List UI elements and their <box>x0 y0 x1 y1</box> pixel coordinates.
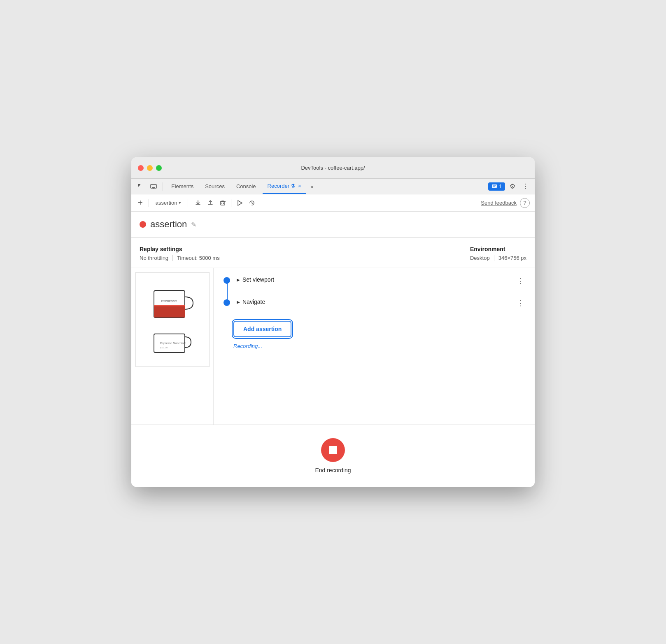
help-button[interactable]: ? <box>520 198 530 208</box>
recorder-close-icon[interactable]: × <box>298 183 301 189</box>
svg-text:$12.00: $12.00 <box>160 346 168 349</box>
svg-rect-0 <box>138 184 139 185</box>
steps-preview: ESPRESSO Espresso Macchiato $12.00 <box>131 268 214 425</box>
environment-details: Desktop 346×756 px <box>470 255 526 261</box>
timeout-value: Timeout: 5000 ms <box>177 255 220 261</box>
env-detail-divider <box>494 255 494 261</box>
stop-icon <box>329 446 337 454</box>
step-dot-2 <box>224 299 230 306</box>
svg-rect-7 <box>152 187 155 188</box>
add-assertion-wrapper: Add assertion <box>224 321 526 337</box>
more-options-icon[interactable]: ⋮ <box>520 181 531 192</box>
selected-recording-name: assertion <box>156 200 177 206</box>
tab-console[interactable]: Console <box>231 179 261 194</box>
environment-dimensions: 346×756 px <box>498 255 526 261</box>
stop-recording-button[interactable] <box>321 438 345 462</box>
environment-title: Environment <box>470 246 526 252</box>
play-icon[interactable] <box>234 197 245 209</box>
coffee-cup-svg: ESPRESSO <box>146 282 199 332</box>
delete-icon[interactable] <box>217 197 228 209</box>
toolbar-divider-1 <box>149 199 149 207</box>
recording-selector[interactable]: assertion ▾ <box>153 198 184 207</box>
main-content: assertion ✎ Replay settings No throttlin… <box>131 212 535 487</box>
edit-recording-name-icon[interactable]: ✎ <box>191 221 196 229</box>
devtools-window: DevTools - coffee-cart.app/ <box>131 157 535 487</box>
window-controls <box>138 165 162 171</box>
preview-image: ESPRESSO Espresso Macchiato $12.00 <box>135 272 210 367</box>
svg-rect-5 <box>138 186 139 187</box>
step-2-label: Navigate <box>242 299 265 305</box>
steps-area: ESPRESSO Espresso Macchiato $12.00 <box>131 268 535 425</box>
more-tabs[interactable]: » <box>308 183 316 190</box>
toolbar-right: Send feedback ? <box>481 198 530 208</box>
steps-main: ▶ Set viewport ⋮ ▶ Navigate ⋮ <box>214 268 535 425</box>
recording-header: assertion ✎ <box>131 212 535 238</box>
replay-settings-details: No throttling Timeout: 5000 ms <box>140 255 220 261</box>
send-feedback-link[interactable]: Send feedback <box>481 200 517 206</box>
coffee-cup-2-svg: Espresso Macchiato $12.00 <box>146 332 199 357</box>
step-1-more-icon[interactable]: ⋮ <box>514 276 526 285</box>
step-1-arrow: ▶ <box>237 278 240 282</box>
replay-settings-title: Replay settings <box>140 246 220 252</box>
tab-divider-1 <box>163 182 163 191</box>
toolbar-icons <box>192 197 258 209</box>
minimize-button[interactable] <box>147 165 153 171</box>
end-recording-label: End recording <box>315 467 351 474</box>
svg-rect-2 <box>138 185 139 186</box>
step-dot-1 <box>224 277 230 284</box>
responsive-icon[interactable] <box>148 181 159 192</box>
recording-status-text: Recording... <box>224 343 526 349</box>
add-assertion-button[interactable]: Add assertion <box>233 321 291 337</box>
tab-recorder[interactable]: Recorder ⚗ × <box>263 179 306 194</box>
svg-rect-8 <box>153 188 154 189</box>
add-recording-button[interactable]: + <box>136 198 144 208</box>
svg-rect-3 <box>139 185 140 186</box>
coffee-preview: ESPRESSO Espresso Macchiato $12.00 <box>136 273 209 366</box>
environment-section: Environment Desktop 346×756 px <box>470 246 526 261</box>
toolbar-divider-2 <box>188 199 188 207</box>
step-1-content: ▶ Set viewport <box>237 276 508 283</box>
toolbar: + assertion ▾ <box>131 194 535 212</box>
step-2-arrow: ▶ <box>237 300 240 304</box>
step-navigate: ▶ Navigate ⋮ <box>224 299 526 308</box>
replay-settings-left: Replay settings No throttling Timeout: 5… <box>140 246 220 261</box>
svg-rect-9 <box>492 184 497 188</box>
maximize-button[interactable] <box>156 165 162 171</box>
cursor-icon[interactable] <box>135 181 146 192</box>
feedback-badge[interactable]: 1 <box>488 182 505 191</box>
end-recording-section: End recording <box>131 425 535 487</box>
titlebar: DevTools - coffee-cart.app/ <box>131 157 535 179</box>
timeline: ▶ Set viewport ⋮ ▶ Navigate ⋮ <box>224 276 526 308</box>
badge-count: 1 <box>499 184 502 189</box>
recording-title: assertion <box>150 219 187 230</box>
svg-rect-18 <box>154 305 185 317</box>
tab-elements[interactable]: Elements <box>166 179 198 194</box>
svg-rect-4 <box>140 184 140 185</box>
dropdown-arrow-icon: ▾ <box>179 200 181 205</box>
step-2-content: ▶ Navigate <box>237 299 508 305</box>
tabbar: Elements Sources Console Recorder ⚗ × » <box>131 179 535 194</box>
replay-settings-section: Replay settings No throttling Timeout: 5… <box>131 238 535 268</box>
throttling-value: No throttling <box>140 255 168 261</box>
settings-icon[interactable]: ⚙ <box>507 181 518 192</box>
recording-status-dot <box>140 221 146 228</box>
environment-type: Desktop <box>470 255 490 261</box>
export-icon[interactable] <box>192 197 204 209</box>
toolbar-divider-3 <box>231 199 231 207</box>
step-set-viewport: ▶ Set viewport ⋮ <box>224 276 526 285</box>
svg-rect-19 <box>154 305 185 306</box>
import-icon[interactable] <box>205 197 216 209</box>
step-icon[interactable] <box>246 197 258 209</box>
step-2-more-icon[interactable]: ⋮ <box>514 299 526 308</box>
svg-rect-1 <box>139 184 140 185</box>
tabbar-right: 1 ⚙ ⋮ <box>488 179 531 194</box>
tabbar-left: Elements Sources Console Recorder ⚗ × » <box>135 179 316 194</box>
close-button[interactable] <box>138 165 144 171</box>
svg-rect-12 <box>221 202 225 205</box>
replay-detail-divider <box>172 255 173 261</box>
window-title: DevTools - coffee-cart.app/ <box>301 165 365 171</box>
svg-text:Espresso Macchiato: Espresso Macchiato <box>160 342 186 345</box>
tab-sources[interactable]: Sources <box>200 179 230 194</box>
svg-marker-16 <box>238 201 242 205</box>
svg-text:ESPRESSO: ESPRESSO <box>161 300 177 303</box>
